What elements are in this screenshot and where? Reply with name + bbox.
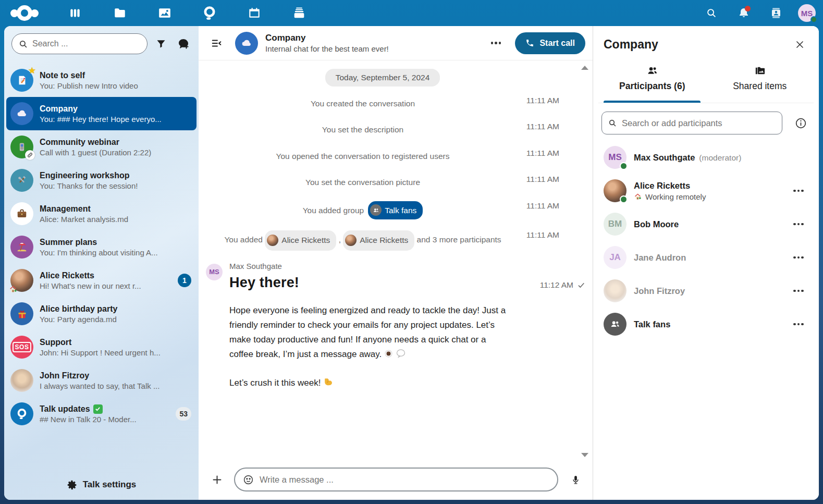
participant-avatar: BM: [604, 213, 627, 236]
photos-app-icon[interactable]: [152, 1, 177, 26]
conversation-name: Company: [40, 104, 78, 114]
conversation-alice-ricketts[interactable]: Alice Ricketts Hi! What's new in our nex…: [6, 264, 196, 297]
collapse-sidebar-button[interactable]: [207, 33, 227, 53]
user-avatar[interactable]: MS: [798, 4, 816, 22]
conversation-preview: Call with 1 guest (Duration 2:22): [40, 148, 191, 157]
conversation-search-input[interactable]: [11, 33, 148, 54]
participant-menu-button[interactable]: [789, 214, 808, 234]
message-author-name: Max Southgate: [229, 262, 559, 271]
conversation-talk-updates[interactable]: Talk updates ## New in Talk 20 - Moder..…: [6, 397, 196, 431]
message-input[interactable]: [260, 475, 549, 485]
participants-search-input[interactable]: [601, 112, 782, 134]
status-house-icon: [8, 285, 18, 294]
system-message-time: 11:11 AM: [520, 149, 559, 158]
conversation-note-to-self[interactable]: ★ Note to self You: Publish new Intro vi…: [6, 64, 196, 97]
close-panel-button[interactable]: [790, 34, 809, 54]
participant-max-southgate[interactable]: MS Max Southgate (moderator): [599, 141, 813, 174]
tab-participants[interactable]: Participants (6): [598, 60, 706, 103]
user-mention-chip[interactable]: Alice Ricketts: [265, 230, 336, 251]
nextcloud-logo[interactable]: [10, 5, 39, 21]
speech-balloon-emoji: [396, 348, 406, 359]
message-list[interactable]: Today, September 5, 2024 You created the…: [199, 60, 593, 462]
tab-label: Shared items: [733, 81, 787, 92]
author-initials: MS: [209, 268, 219, 276]
share-attachment-button[interactable]: [207, 470, 227, 489]
ellipsis-icon: [793, 190, 804, 192]
system-message-text: You opened the conversation to registere…: [217, 149, 509, 164]
conversation-summer-plans[interactable]: Summer plans You: I'm thinking about vis…: [6, 230, 196, 264]
sos-icon: SOS: [13, 342, 32, 352]
participant-alice-ricketts[interactable]: Alice Ricketts Working remotely: [599, 174, 813, 207]
participant-john-fitzroy[interactable]: John Fitzroy: [599, 274, 813, 308]
deck-app-icon[interactable]: [287, 1, 312, 26]
conversation-support[interactable]: SOS Support John: Hi Support ! Need urge…: [6, 330, 196, 364]
tab-shared-items[interactable]: Shared items: [706, 60, 814, 103]
conversation-alice-birthday-party[interactable]: Alice birthday party You: Party agenda.m…: [6, 297, 196, 330]
conversation-name: John Fitzroy: [40, 371, 89, 380]
scroll-up-arrow[interactable]: [581, 66, 588, 70]
conversation-menu-button[interactable]: [486, 33, 506, 53]
new-conversation-button[interactable]: [174, 34, 192, 54]
message-heading: Hey there!: [229, 275, 559, 291]
flexed-biceps-emoji: [323, 377, 333, 387]
calendar-app-icon[interactable]: [242, 1, 267, 26]
unified-search-icon[interactable]: [701, 3, 722, 23]
participant-name: Jane Audron: [634, 253, 686, 263]
coffee-emoji: [384, 349, 394, 359]
conversation-company[interactable]: Company You: ### Hey there! Hope everyo.…: [6, 97, 196, 130]
files-app-icon[interactable]: [107, 1, 132, 26]
conversation-name: Note to self: [40, 71, 85, 80]
chat-header: Company Internal chat for the best team …: [199, 26, 593, 60]
participant-avatar: MS: [604, 146, 627, 169]
chat-message[interactable]: MS Max Southgate Hey there! Hope everyon…: [206, 262, 559, 390]
chat-description: Internal chat for the best team ever!: [265, 44, 389, 53]
dashboard-app-icon[interactable]: [63, 1, 88, 26]
participant-talk-fans-group[interactable]: Talk fans: [599, 308, 813, 341]
participants-list: MS Max Southgate (moderator) Alice Ricke…: [598, 138, 814, 500]
conversation-john-fitzroy[interactable]: John Fitzroy I always wanted to say, tha…: [6, 364, 196, 397]
participant-menu-button[interactable]: [789, 314, 808, 334]
scroll-down-arrow[interactable]: [581, 453, 588, 457]
conversation-engineering-workshop[interactable]: Engineering workshop You: Thanks for the…: [6, 164, 196, 197]
participant-bob-moore[interactable]: BM Bob Moore: [599, 207, 813, 241]
ellipsis-icon: [793, 290, 804, 292]
conversation-name: Summer plans: [40, 238, 97, 247]
talk-app-icon[interactable]: [197, 1, 222, 26]
close-icon: [795, 40, 805, 50]
message-paragraph: Let’s crush it this week!: [229, 378, 321, 388]
voice-message-button[interactable]: [566, 470, 585, 489]
user-online-status-dot: [810, 16, 817, 23]
start-call-button[interactable]: Start call: [515, 32, 585, 54]
user-mention-label: Alice Ricketts: [281, 232, 330, 249]
participant-jane-audron[interactable]: JA Jane Audron: [599, 241, 813, 274]
message-input-container[interactable]: [234, 468, 558, 491]
public-link-badge: [25, 150, 35, 160]
conversation-info-button[interactable]: [791, 113, 810, 133]
conversation-community-webinar[interactable]: Community webinar Call with 1 guest (Dur…: [6, 130, 196, 164]
cloud-icon: [15, 107, 29, 120]
search-icon: [19, 40, 28, 48]
conversation-preview: Alice: Market analysis.md: [40, 215, 191, 224]
talk-settings-button[interactable]: Talk settings: [4, 470, 199, 500]
conversation-management[interactable]: Management Alice: Market analysis.md: [6, 197, 196, 230]
group-mention-chip[interactable]: Talk fans: [368, 201, 423, 219]
participant-menu-button[interactable]: [789, 248, 808, 267]
participants-search-field[interactable]: [622, 118, 776, 128]
system-message: You opened the conversation to registere…: [206, 149, 559, 164]
participant-initials: JA: [609, 252, 621, 263]
search-field[interactable]: [32, 39, 140, 48]
system-message: You created the conversation 11:11 AM: [206, 96, 559, 111]
user-mention-chip[interactable]: Alice Ricketts: [343, 230, 414, 251]
tools-icon: [16, 175, 28, 186]
conversation-name: Talk updates: [40, 404, 90, 414]
chat-view: Company Internal chat for the best team …: [199, 26, 593, 500]
participant-menu-button[interactable]: [789, 281, 808, 301]
system-message-text: and 3 more participants: [417, 236, 501, 244]
emoji-picker-icon[interactable]: [243, 474, 254, 485]
notifications-bell-icon[interactable]: [733, 3, 754, 23]
contacts-icon[interactable]: [766, 3, 787, 23]
participant-name: Talk fans: [634, 319, 670, 329]
company-avatar: [10, 102, 33, 125]
participant-menu-button[interactable]: [789, 181, 808, 201]
filter-conversations-button[interactable]: [152, 34, 170, 54]
